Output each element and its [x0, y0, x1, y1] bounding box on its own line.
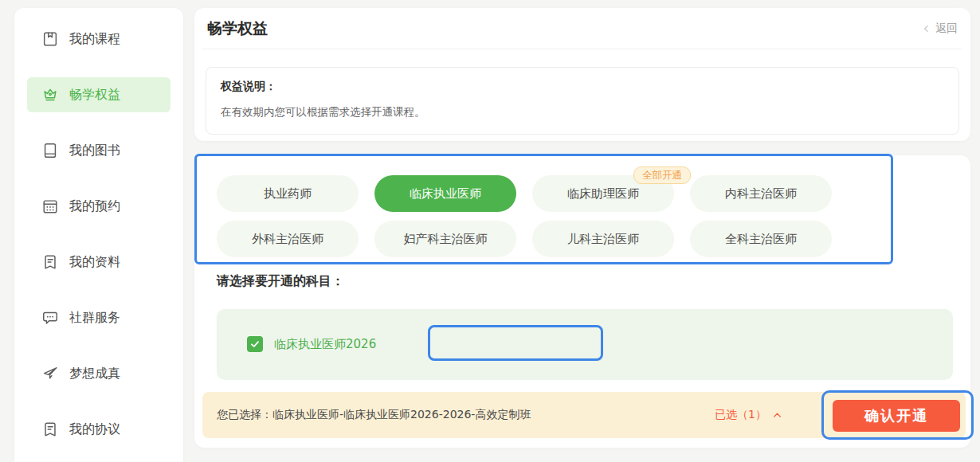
selected-count-toggle[interactable]: 已选（1） — [715, 408, 782, 422]
sidebar-item-label: 我的协议 — [69, 421, 120, 438]
calendar-icon — [41, 198, 59, 215]
sidebar-item-my-materials[interactable]: 我的资料 — [27, 245, 171, 280]
sidebar-item-label: 我的预约 — [69, 198, 120, 215]
category-button-clinical-practicing-physician[interactable]: 临床执业医师 — [374, 175, 516, 212]
notice-body: 在有效期内您可以根据需求选择开通课程。 — [221, 105, 944, 119]
chevron-left-icon — [921, 23, 932, 34]
page-header: 畅学权益 返回 — [202, 8, 962, 49]
back-label: 返回 — [935, 22, 958, 36]
sidebar-item-my-agreements[interactable]: 我的协议 — [27, 412, 171, 447]
sidebar: 我的课程 畅学权益 我的图书 我的预约 我的资料 社群服务 — [14, 8, 183, 462]
sidebar-item-my-appointments[interactable]: 我的预约 — [27, 189, 171, 224]
benefits-header-card: 畅学权益 返回 权益说明： 在有效期内您可以根据需求选择开通课程。 — [194, 8, 970, 141]
category-button-general-practice-attending[interactable]: 全科主治医师 — [690, 221, 832, 257]
back-button[interactable]: 返回 — [921, 22, 958, 36]
course-activation-card: 全部开通 执业药师 临床执业医师 临床助理医师 内科主治医师 外科主治医师 妇产… — [194, 155, 970, 448]
selection-summary-text: 您已选择：临床执业医师-临床执业医师2026-2026-高效定制班 — [217, 408, 531, 422]
category-button-obgyn-attending[interactable]: 妇产科主治医师 — [374, 221, 516, 257]
sidebar-item-dreams-come-true[interactable]: 梦想成真 — [27, 356, 171, 391]
book-icon — [41, 142, 59, 159]
sidebar-item-label: 我的图书 — [69, 143, 120, 159]
course-book-icon — [41, 30, 59, 48]
sidebar-item-community-service[interactable]: 社群服务 — [27, 300, 171, 335]
all-activated-badge: 全部开通 — [633, 166, 691, 184]
benefits-notice-box: 权益说明： 在有效期内您可以根据需求选择开通课程。 — [206, 67, 959, 135]
subject-select-heading: 请选择要开通的科目： — [217, 273, 344, 290]
sidebar-item-label: 社群服务 — [69, 310, 120, 327]
file-ribbon-icon — [41, 253, 59, 271]
notice-title: 权益说明： — [221, 80, 944, 94]
sidebar-item-my-courses[interactable]: 我的课程 — [27, 22, 171, 57]
confirm-activate-button[interactable]: 确认开通 — [833, 400, 960, 432]
category-button-surgery-attending[interactable]: 外科主治医师 — [217, 221, 359, 257]
sidebar-item-label: 我的资料 — [69, 254, 120, 271]
subject-option-label: 临床执业医师2026 — [274, 337, 376, 352]
category-grid: 执业药师 临床执业医师 临床助理医师 内科主治医师 外科主治医师 妇产科主治医师… — [217, 175, 832, 257]
sidebar-item-my-books[interactable]: 我的图书 — [27, 133, 171, 168]
selected-count-label: 已选（1） — [715, 408, 766, 422]
subject-option-clinical-2026[interactable]: 临床执业医师2026 — [247, 327, 376, 361]
category-button-licensed-pharmacist[interactable]: 执业药师 — [217, 175, 359, 212]
crown-icon — [41, 86, 59, 104]
sidebar-item-label: 畅学权益 — [69, 87, 120, 104]
sidebar-item-learning-benefits[interactable]: 畅学权益 — [27, 77, 171, 112]
checkbox-checked-icon[interactable] — [247, 336, 263, 352]
category-button-internal-medicine-attending[interactable]: 内科主治医师 — [690, 175, 832, 212]
page-title: 畅学权益 — [207, 18, 268, 39]
sidebar-item-label: 我的课程 — [69, 31, 120, 48]
sidebar-item-label: 梦想成真 — [69, 366, 120, 382]
chevron-up-icon — [772, 410, 782, 421]
subject-panel: 临床执业医师2026 — [217, 309, 953, 380]
category-button-pediatrics-attending[interactable]: 儿科主治医师 — [532, 221, 674, 257]
chat-bubble-icon — [41, 309, 59, 327]
agreement-icon — [41, 421, 59, 438]
paper-plane-icon — [41, 365, 59, 382]
